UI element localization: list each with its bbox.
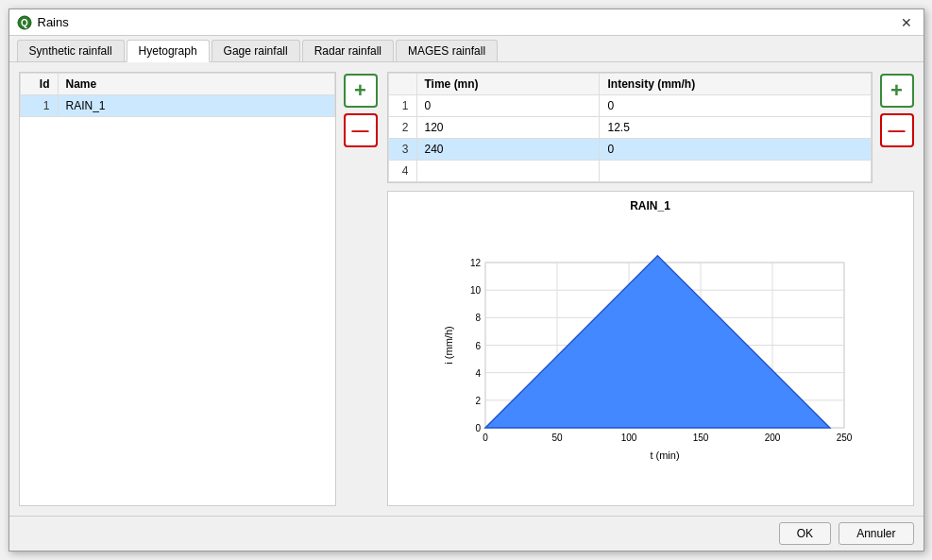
cell-intensity: 0: [600, 139, 871, 161]
col-name: Name: [58, 74, 334, 95]
ok-button[interactable]: OK: [779, 522, 831, 545]
cell-intensity: [600, 161, 871, 182]
right-btn-col: + —: [880, 72, 914, 183]
cancel-button[interactable]: Annuler: [839, 522, 913, 545]
app-icon: Q: [17, 15, 32, 30]
intensity-table-container: Time (mn) Intensity (mm/h) 1 0 02 120 12…: [387, 72, 873, 183]
svg-text:0: 0: [483, 433, 488, 443]
svg-text:100: 100: [620, 433, 636, 443]
tab-mages-rainfall[interactable]: MAGES rainfall: [396, 40, 498, 61]
cell-intensity: 0: [600, 95, 871, 117]
svg-text:200: 200: [764, 433, 780, 443]
tab-gage-rainfall[interactable]: Gage rainfall: [212, 40, 300, 61]
chart-wrapper: 050100150200250024681012t (min)i (mm/h): [396, 216, 906, 498]
cell-name: RAIN_1: [58, 95, 334, 117]
svg-text:250: 250: [836, 433, 852, 443]
col-id: Id: [20, 74, 58, 95]
col-time: Time (mn): [416, 74, 600, 95]
cell-time: 240: [416, 139, 600, 161]
svg-text:t (min): t (min): [650, 450, 679, 461]
col-row-id: [388, 74, 416, 95]
svg-text:0: 0: [475, 423, 481, 433]
svg-text:12: 12: [469, 258, 481, 268]
table-row[interactable]: 4: [388, 161, 871, 182]
svg-text:150: 150: [692, 433, 708, 443]
tab-hyetograph[interactable]: Hyetograph: [127, 40, 210, 62]
tab-synthetic-rainfall[interactable]: Synthetic rainfall: [17, 40, 125, 61]
svg-text:50: 50: [551, 433, 563, 443]
window-title: Rains: [38, 15, 69, 29]
rain-table: Id Name 1 RAIN_1: [20, 73, 335, 117]
cell-time: 0: [416, 95, 600, 117]
left-panel: Id Name 1 RAIN_1 + —: [19, 72, 378, 506]
svg-text:4: 4: [475, 368, 481, 379]
right-table-area: Time (mn) Intensity (mm/h) 1 0 02 120 12…: [387, 72, 914, 183]
table-row[interactable]: 2 120 12.5: [388, 117, 871, 139]
left-btn-col: + —: [344, 72, 378, 506]
tab-radar-rainfall[interactable]: Radar rainfall: [302, 40, 394, 61]
cell-row-id: 3: [388, 139, 416, 161]
right-panel: Time (mn) Intensity (mm/h) 1 0 02 120 12…: [387, 72, 914, 506]
title-bar: Q Rains ✕: [9, 9, 924, 36]
table-row[interactable]: 1 0 0: [388, 95, 871, 117]
cell-row-id: 4: [388, 161, 416, 182]
remove-row-button[interactable]: —: [880, 113, 914, 147]
svg-text:2: 2: [475, 396, 481, 406]
remove-rain-button[interactable]: —: [344, 113, 378, 147]
add-row-button[interactable]: +: [880, 74, 914, 108]
svg-text:6: 6: [475, 341, 481, 351]
main-content: Id Name 1 RAIN_1 + —: [9, 62, 924, 516]
intensity-table: Time (mn) Intensity (mm/h) 1 0 02 120 12…: [388, 73, 872, 182]
cell-time: [416, 161, 600, 182]
left-table-area: Id Name 1 RAIN_1 + —: [19, 72, 378, 506]
table-row[interactable]: 1 RAIN_1: [20, 95, 334, 117]
tab-bar: Synthetic rainfall Hyetograph Gage rainf…: [9, 36, 924, 62]
cell-time: 120: [416, 117, 600, 139]
col-intensity: Intensity (mm/h): [600, 74, 871, 95]
table-row[interactable]: 3 240 0: [388, 139, 871, 161]
main-window: Q Rains ✕ Synthetic rainfall Hyetograph …: [8, 8, 924, 552]
svg-text:Q: Q: [21, 18, 28, 28]
svg-text:10: 10: [469, 285, 481, 296]
cell-id: 1: [20, 95, 58, 117]
cell-row-id: 1: [388, 95, 416, 117]
close-button[interactable]: ✕: [897, 13, 916, 32]
rain-chart: 050100150200250024681012t (min)i (mm/h): [443, 253, 858, 461]
chart-title: RAIN_1: [630, 199, 670, 212]
chart-area: RAIN_1 050100150200250024681012t (min)i …: [387, 191, 914, 506]
svg-text:i (mm/h): i (mm/h): [443, 326, 454, 364]
cell-row-id: 2: [388, 117, 416, 139]
cell-intensity: 12.5: [600, 117, 871, 139]
svg-text:8: 8: [475, 313, 481, 323]
add-rain-button[interactable]: +: [344, 74, 378, 108]
footer: OK Annuler: [9, 516, 924, 551]
rain-list-table: Id Name 1 RAIN_1: [19, 72, 336, 506]
